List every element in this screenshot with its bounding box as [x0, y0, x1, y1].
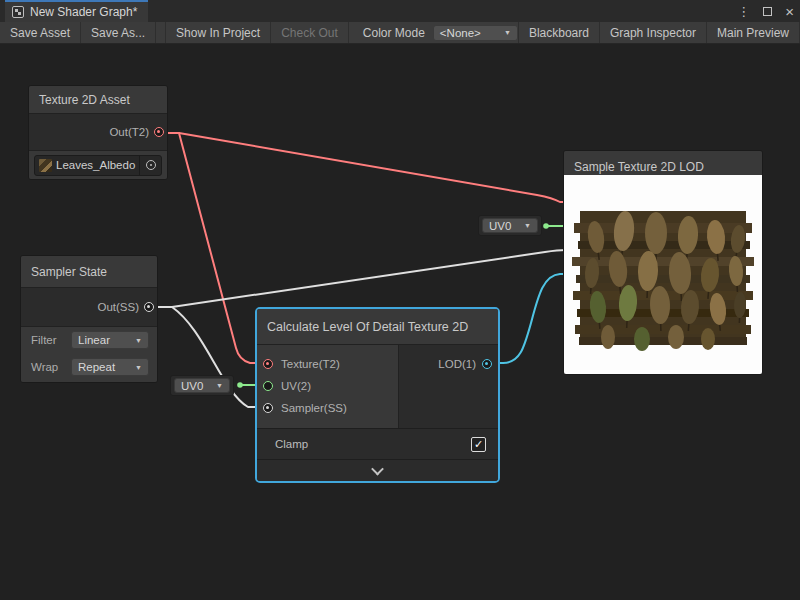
node-title[interactable]: Sampler State	[21, 256, 157, 288]
port-label-out-ss: Out(SS)	[97, 301, 139, 313]
window-menu-icon[interactable]: ⋮	[737, 4, 750, 19]
object-picker-button[interactable]	[139, 156, 161, 175]
port-in-sampler[interactable]	[263, 403, 273, 413]
node-title[interactable]: Calculate Level Of Detail Texture 2D	[257, 309, 498, 345]
port-label-uv: UV(2)	[281, 380, 311, 392]
port-label-sampler: Sampler(SS)	[281, 402, 347, 414]
check-out-button: Check Out	[271, 22, 349, 43]
save-as-button[interactable]: Save As...	[81, 22, 156, 43]
checkbox-check-icon: ✓	[474, 438, 483, 451]
filter-dropdown[interactable]: Linear ▼	[71, 331, 149, 349]
port-in-texture[interactable]	[263, 359, 273, 369]
port-out-t2[interactable]	[154, 127, 164, 137]
node-expand-button[interactable]	[257, 459, 498, 481]
main-preview-toggle-button[interactable]: Main Preview	[707, 22, 800, 43]
port-out-lod[interactable]	[482, 359, 492, 369]
shader-graph-window: New Shader Graph* ⋮ × Save Asset Save As…	[0, 0, 800, 600]
texture-field-value: Leaves_Albedo	[56, 159, 139, 171]
uv-channel-widget-calculate: UV0 ▼	[170, 375, 234, 396]
node-sample-texture-2d-lod[interactable]: Sample Texture 2D LOD Texture(T2) UV(2) …	[563, 150, 763, 375]
chevron-down-icon: ▼	[129, 337, 142, 344]
filter-label: Filter	[31, 334, 57, 346]
chevron-down-icon: ▼	[210, 382, 223, 389]
texture-preview-image	[572, 197, 754, 355]
graph-toolbar: Save Asset Save As... Show In Project Ch…	[0, 22, 800, 44]
graph-inspector-toggle-button[interactable]: Graph Inspector	[600, 22, 707, 43]
uv-channel-widget-sample: UV0 ▼	[478, 215, 542, 236]
color-mode-dropdown[interactable]: <None> ▼	[433, 25, 518, 41]
texture-object-field[interactable]: Leaves_Albedo	[34, 155, 162, 176]
clamp-checkbox[interactable]: ✓	[471, 437, 486, 452]
uv0-dropdown[interactable]: UV0 ▼	[174, 378, 230, 393]
tab-new-shader-graph[interactable]: New Shader Graph*	[5, 0, 148, 22]
color-mode-label: Color Mode	[349, 22, 433, 43]
port-in-uv[interactable]	[263, 381, 273, 391]
maximize-icon[interactable]	[763, 7, 772, 16]
node-sampler-state[interactable]: Sampler State Out(SS) Filter Linear ▼ Wr…	[20, 255, 158, 383]
port-out-ss[interactable]	[144, 302, 154, 312]
object-picker-icon	[146, 160, 156, 170]
tab-title: New Shader Graph*	[30, 5, 137, 19]
port-label-out-t2: Out(T2)	[109, 126, 149, 138]
shader-graph-asset-icon	[12, 6, 24, 18]
save-asset-button[interactable]: Save Asset	[0, 22, 81, 43]
clamp-label: Clamp	[275, 438, 308, 450]
show-in-project-button[interactable]: Show In Project	[165, 22, 271, 43]
blackboard-toggle-button[interactable]: Blackboard	[518, 22, 600, 43]
chevron-down-icon: ▼	[129, 364, 142, 371]
wrap-label: Wrap	[31, 361, 58, 373]
port-label-lod-out: LOD(1)	[438, 358, 476, 370]
node-title[interactable]: Texture 2D Asset	[29, 86, 167, 114]
close-icon[interactable]: ×	[785, 3, 794, 20]
node-calculate-lod-texture-2d[interactable]: Calculate Level Of Detail Texture 2D Tex…	[255, 307, 500, 483]
window-titlebar: New Shader Graph* ⋮ ×	[0, 0, 800, 22]
chevron-down-icon	[371, 463, 384, 476]
chevron-down-icon: ▼	[518, 222, 531, 229]
uv0-dropdown[interactable]: UV0 ▼	[482, 218, 538, 233]
chevron-down-icon: ▼	[498, 29, 511, 36]
node-texture-2d-asset[interactable]: Texture 2D Asset Out(T2) Leaves_Albedo	[28, 85, 168, 180]
port-label-texture: Texture(T2)	[281, 358, 340, 370]
node-preview	[564, 175, 762, 374]
wrap-dropdown[interactable]: Repeat ▼	[71, 358, 149, 376]
texture-thumbnail-icon	[39, 159, 52, 172]
